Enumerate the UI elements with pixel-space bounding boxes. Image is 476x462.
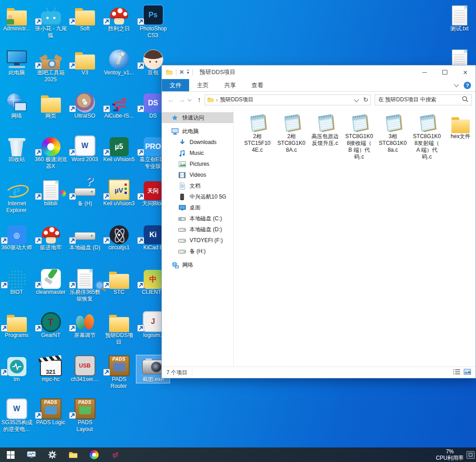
desktop-icon[interactable]: PADSPADS Layout [68, 398, 101, 433]
back-button[interactable]: ← [165, 96, 176, 104]
desktop-icon[interactable]: 张小花 - 九尾狐 [34, 5, 67, 39]
ribbon-tab[interactable]: 查看 [244, 79, 271, 91]
refresh-icon[interactable]: ↻ [361, 95, 371, 105]
desktop-icon[interactable]: cleanmaster [34, 268, 67, 296]
sidebar-item[interactable]: Videos [162, 169, 233, 180]
desktop-icon[interactable]: 屏幕调节 [68, 311, 101, 339]
thumbnail-view-icon[interactable] [464, 369, 471, 376]
desktop-icon[interactable]: ◎360驱动大师 [0, 224, 33, 251]
close-tool-icon[interactable]: × [180, 69, 184, 76]
address-dropdown-icon[interactable] [351, 95, 361, 105]
icon-label: circuitjs1 [108, 244, 130, 251]
forward-button[interactable]: → [176, 96, 187, 104]
taskbar-settings-button[interactable] [42, 447, 63, 462]
sidebar-item-label: 中兴远航10 5G [190, 193, 226, 201]
file-name: STC8G1K0 8接收端（ B 端）代 码.c [345, 133, 373, 160]
desktop-icon[interactable]: 测试.txt [443, 5, 476, 32]
close-button[interactable]: × [455, 65, 476, 79]
up-button[interactable]: ↑ [194, 96, 205, 104]
desktop-icon[interactable]: 挺进地牢 [34, 224, 67, 251]
minimize-button[interactable] [414, 65, 435, 79]
desktop-icon[interactable]: 网络 [0, 92, 33, 119]
ribbon-tab[interactable]: 主页 [189, 79, 216, 91]
desktop-icon[interactable]: 321mpc-hc [34, 355, 67, 383]
taskbar-aicube-button[interactable] [105, 447, 125, 462]
desktop-icon[interactable]: 网页 [34, 92, 67, 119]
desktop-icon[interactable]: STC [102, 268, 135, 296]
file-item[interactable]: STC8G1K0 8发射端（ A 端）代 码.c [410, 111, 444, 160]
recent-locations-icon[interactable] [188, 97, 191, 101]
taskbar-browser360-button[interactable] [84, 447, 105, 462]
file-item[interactable]: 2相 STC8G1K0 8A.c [275, 111, 308, 154]
file-item[interactable]: 3相 STC8G1K0 8a.c [376, 111, 410, 154]
sidebar-item[interactable]: 桌面 [162, 202, 233, 213]
address-bar[interactable]: › 预研DDS项目 ↻ [205, 94, 371, 105]
desktop-icon[interactable]: 胜利之日 [102, 5, 135, 32]
cpu-usage-widget[interactable]: 7% CPU利用率 [433, 448, 466, 461]
desktop-icon[interactable]: 图吧工具箱 2025 [34, 49, 67, 83]
taskbar-explorer-button[interactable] [63, 447, 84, 462]
desktop-icon[interactable]: tm [0, 355, 33, 383]
desktop-icon[interactable]: V3 [68, 49, 101, 76]
desktop-icon[interactable]: TGearNT [34, 311, 67, 339]
desktop-icon[interactable]: PADSPADS Logic [34, 398, 67, 426]
desktop-icon[interactable]: 本地磁盘 (D) [68, 224, 101, 251]
desktop-icon[interactable]: circuitjs1 [102, 224, 135, 251]
desktop-icon[interactable]: Ventoy_v1... [102, 49, 135, 76]
ribbon-tab[interactable]: 文件 [162, 79, 189, 91]
sidebar-item[interactable]: 网络 [162, 259, 233, 270]
sidebar-item[interactable]: 快速访问 [162, 112, 233, 123]
desktop-icon[interactable]: 360 极速浏览器X [34, 135, 67, 170]
ribbon-tab[interactable]: 共享 [216, 79, 244, 91]
search-icon[interactable] [462, 96, 468, 104]
desktop-icon[interactable]: Soft [68, 5, 101, 32]
title-bar[interactable]: × ▾ 预研DDS项目 × [162, 65, 476, 79]
collapse-ribbon-icon[interactable] [454, 82, 459, 87]
file-item[interactable]: hex文件 [444, 111, 476, 140]
desktop-icon[interactable]: Programs [0, 311, 33, 339]
list-view-icon[interactable] [453, 369, 460, 376]
file-item[interactable]: 高压包原边 反馈升压.c [308, 111, 342, 147]
desktop-icon[interactable]: 回收站 [0, 135, 33, 163]
sidebar-item[interactable]: Pictures [162, 159, 233, 169]
sidebar-item[interactable]: Downloads [162, 137, 233, 148]
sidebar-item[interactable]: 本地磁盘 (C:) [162, 213, 233, 224]
file-icon [342, 111, 376, 133]
shortcut-arrow-icon [1, 325, 8, 332]
customize-toolbar-icon[interactable]: ▾ [187, 70, 189, 75]
sidebar-item[interactable]: 此电脑 [162, 126, 233, 137]
desktop-icon[interactable]: BIOT [0, 268, 33, 296]
desktop-icon[interactable]: PADSPADS Router [102, 355, 135, 390]
desktop-icon[interactable]: USBch341ser.... [68, 355, 101, 383]
desktop-icon[interactable]: 此电脑 [0, 49, 33, 76]
sidebar-item[interactable]: 中兴远航10 5G [162, 191, 233, 202]
help-icon[interactable]: ? [464, 82, 471, 89]
desktop-icon[interactable]: µVKeil uVision3 [102, 179, 135, 207]
desktop-icon[interactable]: ?备 (H) [68, 179, 101, 207]
desktop-icon[interactable]: WSG3525构成的逆变电... [0, 398, 33, 433]
search-input[interactable]: 在 预研DDS项目 中搜索 [375, 94, 472, 105]
sidebar-item[interactable]: VTOYEFI (F:) [162, 235, 233, 246]
desktop-icon[interactable]: UltraISO [68, 92, 101, 119]
taskbar-taskmgr-button[interactable] [21, 447, 42, 462]
taskbar-start-button[interactable] [0, 447, 21, 462]
desktop-icon[interactable]: 预研DDS项目 [102, 311, 135, 346]
maximize-button[interactable] [435, 65, 455, 79]
desktop-icon[interactable]: bilibili [34, 179, 67, 207]
sidebar-item[interactable]: 文档 [162, 180, 233, 191]
breadcrumb[interactable]: 预研DDS项目 [220, 96, 253, 104]
file-item[interactable]: STC8G1K0 8接收端（ B 端）代 码.c [342, 111, 376, 160]
desktop-icon[interactable]: eInternet Explorer [0, 179, 33, 214]
desktop-icon[interactable]: WWord 2003 [68, 135, 101, 163]
desktop-icon[interactable]: µ5Keil uVision5 [102, 135, 135, 163]
sidebar-item-label: 备 (H:) [190, 248, 205, 255]
desktop-icon[interactable]: AiCube-IS... [102, 92, 135, 119]
file-item[interactable]: 2相 STC15F10 4E.c [241, 111, 274, 154]
tray-icon[interactable] [466, 451, 475, 459]
sidebar-item[interactable]: Music [162, 148, 233, 159]
desktop-icon[interactable]: PsPhotoShop CS3 [136, 5, 170, 39]
sidebar-item[interactable]: 备 (H:) [162, 246, 233, 257]
desktop-icon[interactable]: Administr... [0, 5, 33, 32]
sidebar-item[interactable]: 本地磁盘 (D:) [162, 224, 233, 235]
desktop-icon[interactable]: 乐易佳365数据恢复 [68, 268, 101, 303]
